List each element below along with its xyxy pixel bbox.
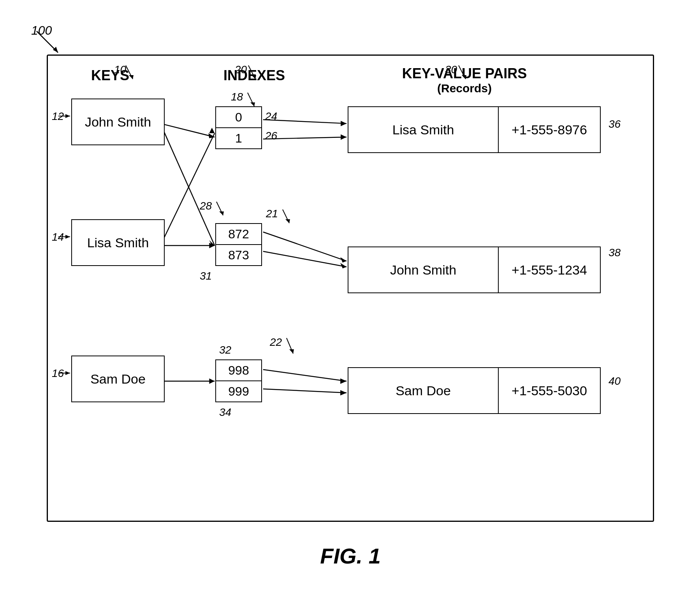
- record-lisa-smith-phone: +1-555-8976: [499, 107, 600, 152]
- figure-caption: FIG. 1: [320, 543, 381, 569]
- svg-marker-3: [208, 133, 215, 138]
- svg-marker-39: [219, 211, 224, 215]
- ref-31: 31: [200, 270, 212, 282]
- svg-marker-13: [341, 121, 346, 126]
- ref-34: 34: [219, 406, 231, 419]
- arrow-22-icon: [277, 336, 296, 357]
- arrow-28-icon: [207, 200, 226, 219]
- arrow-12-icon: [56, 110, 72, 122]
- svg-marker-23: [340, 390, 346, 396]
- svg-marker-21: [340, 379, 346, 384]
- ref-26: 26: [265, 130, 277, 142]
- arrow-14-icon: [56, 231, 72, 243]
- index-cell-998: 998: [216, 360, 261, 381]
- svg-line-20: [263, 370, 346, 381]
- ref-40: 40: [609, 375, 621, 387]
- index-cell-999: 999: [216, 381, 261, 401]
- record-lisa-smith-name: Lisa Smith: [348, 107, 499, 152]
- svg-marker-11: [209, 379, 215, 384]
- svg-line-6: [160, 123, 215, 245]
- index-cell-1: 1: [216, 128, 261, 148]
- svg-line-2: [160, 123, 215, 137]
- svg-line-16: [263, 232, 346, 261]
- ref-32: 32: [219, 344, 231, 356]
- svg-marker-37: [250, 102, 255, 106]
- kvp-header: KEY-VALUE PAIRS (Records): [367, 65, 562, 95]
- record-john-smith-phone: +1-555-1234: [499, 247, 600, 292]
- record-john-smith: John Smith +1-555-1234: [348, 247, 601, 293]
- record-sam-doe-name: Sam Doe: [348, 368, 499, 413]
- svg-line-8: [160, 133, 215, 246]
- index-group-1: 0 1: [215, 106, 262, 149]
- svg-line-22: [263, 389, 346, 393]
- svg-marker-17: [340, 257, 346, 262]
- index-group-3: 998 999: [215, 359, 262, 402]
- keys-header: KEYS: [71, 67, 149, 84]
- svg-marker-9: [209, 128, 215, 133]
- indexes-header: INDEXES: [215, 67, 293, 84]
- index-cell-873: 873: [216, 245, 261, 265]
- svg-marker-43: [289, 349, 294, 354]
- svg-marker-33: [65, 235, 70, 239]
- index-group-2: 872 873: [215, 223, 262, 266]
- svg-marker-5: [209, 243, 215, 248]
- svg-marker-31: [65, 114, 70, 118]
- main-bounding-box: 10 KEYS 20 INDEXES 30 KEY-VALUE PAIRS (R…: [47, 55, 654, 522]
- record-john-smith-name: John Smith: [348, 247, 499, 292]
- key-sam-doe: Sam Doe: [71, 356, 165, 402]
- svg-marker-41: [285, 219, 290, 223]
- diagram-container: 100: [23, 23, 677, 576]
- key-lisa-smith: Lisa Smith: [71, 219, 165, 266]
- record-sam-doe-phone: +1-555-5030: [499, 368, 600, 413]
- arrow-21-icon: [273, 208, 292, 227]
- record-sam-doe: Sam Doe +1-555-5030: [348, 367, 601, 414]
- key-john-smith: John Smith: [71, 99, 165, 145]
- svg-marker-35: [65, 371, 70, 375]
- kvp-label-sub: (Records): [367, 82, 562, 95]
- ref-24: 24: [265, 110, 277, 123]
- arrow-100-icon: [33, 27, 68, 58]
- arrow-16-icon: [56, 367, 72, 379]
- svg-marker-7: [209, 240, 215, 246]
- index-cell-0: 0: [216, 107, 261, 128]
- ref-36: 36: [609, 118, 621, 130]
- kvp-label-main: KEY-VALUE PAIRS: [402, 65, 527, 81]
- ref-38: 38: [609, 247, 621, 259]
- record-lisa-smith: Lisa Smith +1-555-8976: [348, 106, 601, 153]
- svg-line-18: [263, 251, 346, 267]
- svg-marker-15: [341, 134, 346, 140]
- index-cell-872: 872: [216, 224, 261, 245]
- svg-marker-19: [340, 263, 346, 268]
